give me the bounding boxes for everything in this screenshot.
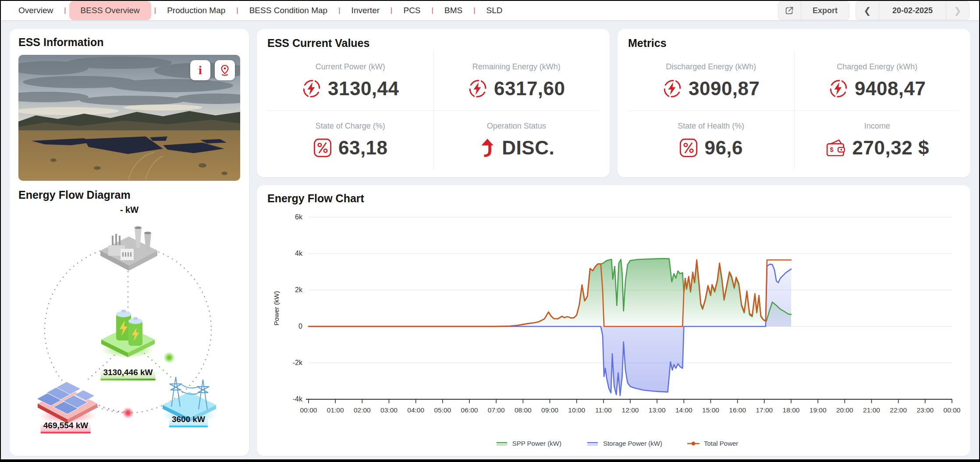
grid-export-label: 3600 kW [169,415,208,427]
photo-buttons: i [190,60,235,80]
stat-value: 63,18 [338,137,388,159]
nav-separator: | [432,6,433,15]
svg-text:01:00: 01:00 [327,406,344,414]
stat-label: Operation Status [487,122,546,131]
svg-text:00:00: 00:00 [944,406,961,414]
bolt-circle-icon [662,79,682,99]
legend-marker-line-area [586,441,599,446]
svg-text:4k: 4k [295,250,303,257]
export-icon [778,1,801,20]
info-button[interactable]: i [190,60,210,80]
export-button[interactable]: Export [778,1,849,20]
nav-separator: | [338,6,340,15]
nav-tab-production-map[interactable]: Production Map [159,1,233,20]
stat-current-power-kw-: Current Power (kW) 3130,44 [267,51,433,111]
svg-text:11:00: 11:00 [595,406,612,414]
legend-item-total-power[interactable]: Total Power [687,440,738,447]
solar-panel-node [32,370,103,429]
app-window: Overview|BESS Overview|Production Map|BE… [0,0,980,462]
stat-value: 3090,87 [689,78,760,100]
svg-text:-2k: -2k [293,359,303,366]
stat-state-of-health-: State of Health (%) 96,6 [628,111,794,170]
stat-value: DISC. [502,137,554,159]
svg-text:17:00: 17:00 [756,406,773,414]
svg-text:07:00: 07:00 [488,406,505,414]
svg-text:13:00: 13:00 [649,406,666,414]
svg-text:06:00: 06:00 [461,406,478,414]
nav-tab-bess-condition-map[interactable]: BESS Condition Map [241,1,336,20]
grid-power-label: - kW [117,205,141,218]
metrics-grid: Discharged Energy (kWh) 3090,87 Charged … [628,51,960,169]
site-photo: i [18,55,240,181]
svg-text:16:00: 16:00 [729,406,746,414]
legend-label: Total Power [704,440,738,447]
svg-text:03:00: 03:00 [380,406,398,414]
battery-power-label: 3130,446 kW [100,368,155,380]
svg-text:04:00: 04:00 [407,406,424,414]
date-picker: ❮ 20-02-2025 ❯ [856,1,969,20]
next-day-button[interactable]: ❯ [946,1,969,20]
left-column: ESS Information [10,29,249,456]
legend-marker-line-area [495,441,508,446]
svg-text:22:00: 22:00 [890,406,907,414]
bolt-circle-icon [302,79,322,99]
bolt-circle-icon [828,79,849,99]
energy-flow-chart-card: Energy Flow Chart [257,185,970,456]
nav-tab-overview[interactable]: Overview [11,1,61,20]
svg-text:19:00: 19:00 [810,406,827,414]
nav-tab-inverter[interactable]: Inverter [344,1,387,20]
ess-current-values-title: ESS Current Values [267,37,599,50]
percent-icon [313,138,332,158]
stat-state-of-charge-: State of Charge (%) 63,18 [267,111,433,170]
svg-text:23:00: 23:00 [916,406,934,414]
discharge-arrow-icon [478,138,496,158]
svg-text:20:00: 20:00 [836,406,853,414]
date-value[interactable]: 20-02-2025 [879,1,946,20]
stat-label: Income [864,122,890,131]
power-plant-node [96,220,162,274]
chart-legend: SPP Power (kW) Storage Power (kW) Total … [267,437,966,451]
svg-text:18:00: 18:00 [783,406,800,414]
ess-current-values-card: ESS Current Values Current Power (kW) 31… [257,29,610,177]
nav-separator: | [473,6,475,15]
stat-label: State of Charge (%) [316,122,385,131]
nav-tab-pcs[interactable]: PCS [395,1,428,20]
svg-text:$: $ [830,146,833,153]
nav-tab-bms[interactable]: BMS [437,1,470,20]
stat-remaining-energy-kwh-: Remaining Energy (kWh) 6317,60 [433,51,600,111]
svg-text:Power (kW): Power (kW) [273,291,280,325]
metrics-title: Metrics [628,37,960,50]
right-column: ESS Current Values Current Power (kW) 31… [257,29,970,456]
nav-separator: | [391,6,392,15]
legend-marker-line-dot [687,441,700,446]
svg-text:21:00: 21:00 [863,406,880,414]
export-label: Export [801,6,849,15]
ess-current-values-grid: Current Power (kW) 3130,44 Remaining Ene… [267,51,599,169]
nav-tab-bess-overview[interactable]: BESS Overview [69,1,151,20]
navbar-right-controls: Export ❮ 20-02-2025 ❯ [778,1,969,20]
battery-node [95,304,161,362]
legend-item-spp-power-kw-[interactable]: SPP Power (kW) [495,440,561,447]
nav-separator: | [236,6,238,15]
nav-separator: | [64,6,66,15]
legend-item-storage-power-kw-[interactable]: Storage Power (kW) [586,440,662,447]
stat-label: Current Power (kW) [316,62,385,72]
location-button[interactable] [215,60,235,80]
prev-day-button[interactable]: ❮ [856,1,879,20]
main-content: ESS Information [1,20,979,462]
stat-value: 3130,44 [328,78,399,100]
wallet-icon: $ [825,138,846,158]
svg-text:15:00: 15:00 [702,406,719,414]
svg-text:02:00: 02:00 [354,406,371,414]
nav-tab-sld[interactable]: SLD [479,1,511,20]
energy-flow-chart: 6k4k2k0-2k-4kPower (kW)00:0001:0002:0003… [267,205,966,437]
svg-text:6k: 6k [295,213,303,221]
stat-label: Charged Energy (kWh) [837,62,917,72]
flow-dot-green [163,352,175,363]
stat-label: Discharged Energy (kWh) [666,62,756,72]
location-pin-icon [219,64,231,76]
flow-dot-red [122,407,134,419]
energy-flow-diagram: - kW 3130,446 kW 469,554 kW 3600 kW [18,203,240,449]
energy-flow-chart-title: Energy Flow Chart [267,192,966,205]
stat-value: 270,32 $ [852,137,929,159]
